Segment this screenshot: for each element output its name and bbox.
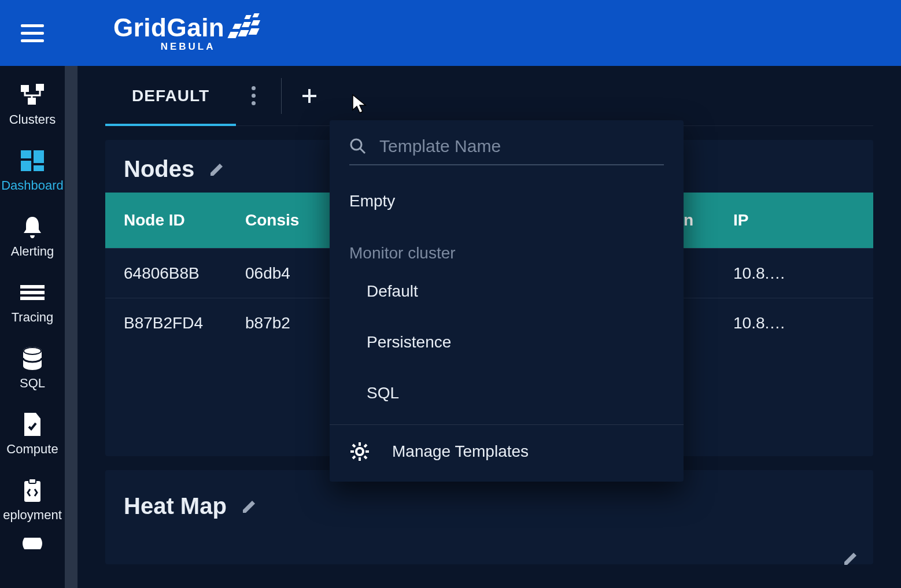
sidebar-nav: Clusters Dashboard Alerting Tracing SQL [0,66,65,588]
manage-templates-button[interactable]: Manage Templates [330,425,684,482]
svg-point-12 [24,348,40,354]
manage-templates-label: Manage Templates [392,442,529,461]
template-option-empty[interactable]: Empty [330,176,684,227]
template-option-default[interactable]: Default [330,266,684,317]
pencil-icon [208,161,226,178]
template-option-label: SQL [367,384,399,402]
sidebar-item-dashboard[interactable]: Dashboard [0,148,65,193]
template-option-label: Persistence [367,333,451,351]
sidebar-item-compute[interactable]: Compute [0,412,65,457]
sidebar-label: Compute [6,442,58,457]
sidebar-item-deployment[interactable]: eployment [0,478,65,523]
pencil-icon [241,498,258,515]
clipboard-code-icon [20,478,45,503]
svg-point-16 [351,139,361,150]
template-search-field[interactable] [349,136,664,165]
template-option-sql[interactable]: SQL [330,368,684,419]
sidebar-item-tracing[interactable]: Tracing [0,280,65,325]
bell-icon [20,214,45,239]
cell-ip: 10.8.… [725,314,873,332]
search-icon [349,138,367,155]
sidebar-scrollbar[interactable] [65,66,77,588]
dashboard-tabs: DEFAULT [105,66,873,126]
edit-heatmap-button[interactable] [241,498,258,515]
col-header-node-id[interactable]: Node ID [105,211,245,230]
brand-subtitle: NEBULA [161,41,216,53]
brand-name: GridGain [113,13,224,42]
sidebar-label: eployment [3,508,62,523]
template-popover: Empty Monitor cluster Default Persistenc… [330,120,684,482]
svg-rect-8 [20,291,45,294]
clusters-icon [20,82,45,108]
svg-rect-1 [36,84,44,91]
dashboard-icon [20,148,45,173]
brand-logo-squares-icon [228,14,263,42]
sidebar-label: SQL [20,376,45,391]
tab-options-button[interactable] [236,66,271,125]
plus-icon [300,87,319,105]
edit-nodes-button[interactable] [208,161,226,178]
cell-node-id: B87B2FD4 [105,314,245,332]
cell-node-id: 64806B8B [105,264,245,283]
svg-point-15 [23,538,42,549]
brand-logo: GridGain NEBULA [113,13,263,53]
gear-icon [349,441,370,462]
template-option-label: Empty [349,192,395,210]
pencil-icon [842,550,859,567]
template-option-persistence[interactable]: Persistence [330,317,684,368]
sidebar-item-clusters[interactable]: Clusters [0,82,65,127]
svg-rect-3 [21,150,31,158]
svg-rect-5 [21,161,31,171]
sidebar-label: Dashboard [1,178,64,193]
svg-rect-7 [20,285,45,289]
nodes-card-title: Nodes [124,156,194,182]
template-group-label: Monitor cluster [330,227,684,266]
clock-icon [20,538,45,549]
file-check-icon [20,412,45,437]
svg-rect-2 [28,98,36,105]
menu-hamburger-button[interactable] [21,21,44,45]
svg-rect-4 [34,150,44,163]
svg-rect-6 [34,165,44,171]
sidebar-item-sql[interactable]: SQL [0,346,65,391]
sidebar-item-more[interactable] [0,538,65,549]
edit-right-button[interactable] [842,550,859,567]
template-search-input[interactable] [379,136,664,156]
sidebar-label: Clusters [9,112,56,127]
database-icon [20,346,45,371]
tab-default[interactable]: DEFAULT [105,66,236,125]
tab-label: DEFAULT [132,87,209,105]
sidebar-label: Alerting [11,244,54,259]
heatmap-card-title: Heat Map [124,493,227,519]
svg-rect-9 [20,297,45,300]
sidebar-label: Tracing [12,310,54,325]
template-option-label: Default [367,282,418,300]
svg-rect-13 [24,481,40,502]
tab-divider [281,78,282,114]
tracing-icon [20,280,45,305]
svg-point-17 [356,448,363,455]
col-header-ip[interactable]: IP [725,211,873,230]
cell-ip: 10.8.… [725,264,873,283]
svg-rect-14 [29,479,36,483]
heatmap-card: Heat Map [105,470,873,564]
tab-add-button[interactable] [292,66,327,125]
svg-rect-0 [21,85,29,92]
app-header: GridGain NEBULA [0,0,901,66]
sidebar-item-alerting[interactable]: Alerting [0,214,65,259]
